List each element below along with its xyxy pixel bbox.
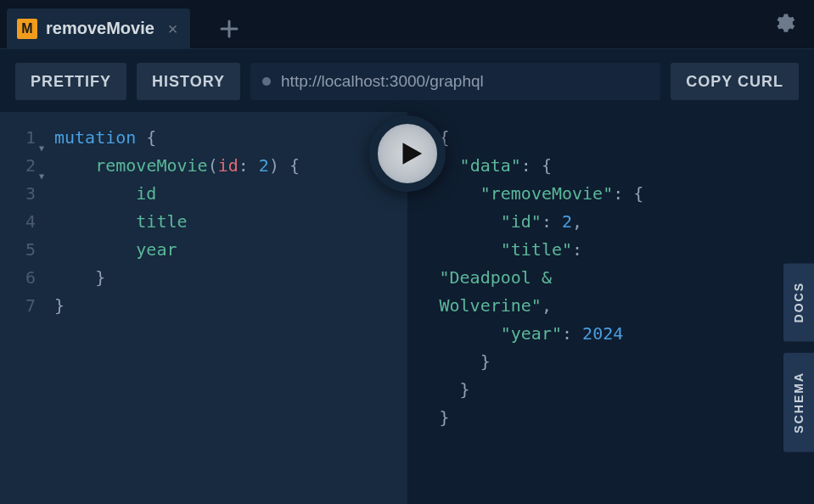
plus-icon — [220, 20, 239, 38]
tab-title: removeMovie — [46, 19, 154, 38]
endpoint-url: http://localhost:3000/graphql — [281, 72, 484, 91]
toolbar: PRETTIFY HISTORY http://localhost:3000/g… — [0, 49, 814, 112]
schema-tab[interactable]: SCHEMA — [783, 353, 814, 452]
gear-icon — [772, 11, 795, 35]
docs-tab[interactable]: DOCS — [783, 263, 814, 341]
fold-toggle-icon[interactable]: ▼ — [39, 162, 44, 190]
query-editor[interactable]: 1▼2▼34567 mutation { removeMovie(id: 2) … — [0, 112, 407, 504]
workspace: 1▼2▼34567 mutation { removeMovie(id: 2) … — [0, 112, 814, 504]
history-button[interactable]: HISTORY — [137, 63, 240, 100]
result-viewer[interactable]: ▼▼▼ { "data": { "removeMovie": { "id": 2… — [407, 112, 815, 504]
line-number: 1▼ — [0, 124, 36, 152]
endpoint-input[interactable]: http://localhost:3000/graphql — [250, 63, 660, 100]
side-tabs: DOCS SCHEMA — [783, 263, 814, 452]
status-dot-icon — [262, 77, 271, 86]
tab-removemovie[interactable]: M removeMovie × — [7, 8, 190, 49]
line-number: 2▼ — [0, 152, 36, 180]
gutter-spacer — [427, 188, 432, 216]
line-number: 5 — [0, 236, 36, 264]
copy-curl-button[interactable]: COPY CURL — [671, 63, 799, 100]
line-number: 4 — [0, 208, 36, 236]
mutation-badge-icon: M — [17, 19, 37, 39]
close-icon[interactable]: × — [168, 20, 178, 37]
add-tab-button[interactable] — [212, 8, 246, 49]
play-icon — [396, 139, 424, 168]
line-number: 6 — [0, 264, 36, 292]
tab-bar: M removeMovie × — [0, 0, 814, 49]
fold-toggle-icon[interactable]: ▼ — [39, 134, 44, 162]
execute-button[interactable] — [369, 115, 446, 192]
line-number: 3 — [0, 180, 36, 208]
prettify-button[interactable]: PRETTIFY — [15, 63, 126, 100]
settings-button[interactable] — [772, 11, 795, 38]
line-number: 7 — [0, 292, 36, 320]
